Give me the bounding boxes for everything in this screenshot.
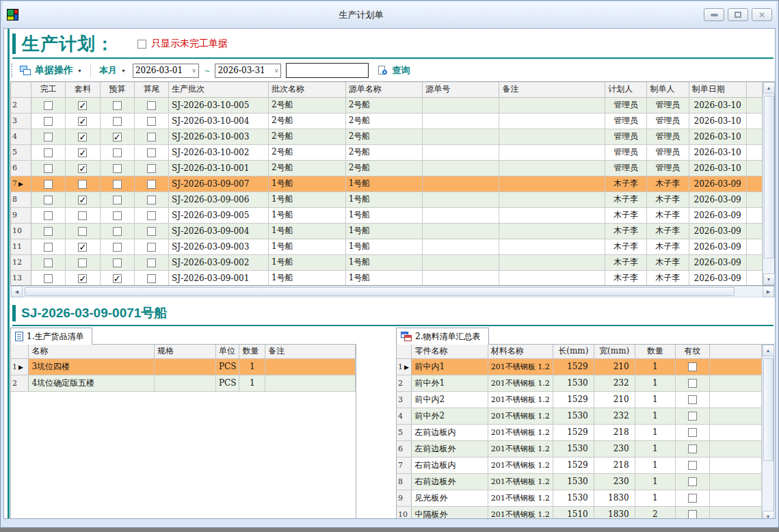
column-header[interactable]: 制单人	[647, 82, 689, 97]
material-vertical-scrollbar[interactable]: ▲ ▼	[762, 345, 774, 519]
column-header[interactable]: 制单日期	[689, 82, 746, 97]
nesting-checkbox[interactable]	[78, 133, 87, 142]
material-row[interactable]: 4▶ 前中外2 201不锈钢板 1.2 1530 232 1	[397, 408, 762, 424]
grain-checkbox[interactable]	[688, 461, 697, 470]
material-row[interactable]: 5▶ 左前边板内 201不锈钢板 1.2 1529 218 1	[397, 424, 762, 440]
scrollbar-thumb[interactable]	[25, 287, 735, 296]
budget-checkbox[interactable]	[113, 101, 122, 110]
grain-checkbox[interactable]	[688, 477, 697, 486]
column-header[interactable]: 完工	[31, 82, 66, 97]
material-row[interactable]: 1▶ 前中内1 201不锈钢板 1.2 1529 210 1	[397, 358, 762, 375]
grain-checkbox[interactable]	[688, 379, 697, 388]
goods-row[interactable]: 2▶ 4坑位确定版五楼 PCS 1	[11, 375, 356, 391]
done-checkbox[interactable]	[44, 258, 53, 267]
scroll-down-button[interactable]: ▼	[763, 274, 775, 285]
scroll-up-button[interactable]: ▲	[763, 82, 775, 94]
tail-checkbox[interactable]	[147, 180, 156, 189]
column-header[interactable]: 套料	[66, 82, 100, 97]
done-checkbox[interactable]	[44, 164, 53, 173]
nesting-checkbox[interactable]	[78, 164, 87, 173]
material-row[interactable]: 3▶ 前中内2 201不锈钢板 1.2 1529 210 1	[397, 391, 762, 408]
scroll-left-button[interactable]: ◀	[11, 286, 23, 297]
tail-checkbox[interactable]	[147, 196, 156, 204]
column-header[interactable]: 备注	[499, 82, 605, 97]
tail-checkbox[interactable]	[147, 243, 156, 252]
plan-row[interactable]: 11▶ SJ-2026-03-09-003 1号船 1号船 木子李	[11, 239, 763, 254]
column-header[interactable]: 源单名称	[345, 82, 423, 97]
material-row[interactable]: 8▶ 右前边板外 201不锈钢板 1.2 1530 230 1	[397, 473, 762, 490]
main-vertical-scrollbar[interactable]: ▲ ▼	[763, 82, 774, 285]
tail-checkbox[interactable]	[147, 164, 156, 173]
material-row[interactable]: 2▶ 前中外1 201不锈钢板 1.2 1530 232 1	[397, 375, 762, 391]
close-button[interactable]: ✕	[752, 8, 772, 21]
search-input[interactable]	[286, 63, 369, 78]
column-header[interactable]: 批次名称	[269, 82, 346, 97]
column-header[interactable]: 算尾	[134, 82, 168, 97]
done-checkbox[interactable]	[44, 243, 53, 252]
done-checkbox[interactable]	[44, 196, 53, 204]
done-checkbox[interactable]	[44, 227, 53, 236]
plan-row[interactable]: 3▶ SJ-2026-03-10-004 2号船 2号船 管理员	[11, 113, 763, 129]
column-header[interactable]: 有纹	[676, 345, 710, 358]
date-from-combo[interactable]: 2026-03-01 ∨	[133, 64, 199, 78]
done-checkbox[interactable]	[44, 148, 53, 157]
nesting-checkbox[interactable]	[78, 243, 87, 252]
budget-checkbox[interactable]	[113, 196, 122, 204]
maximize-button[interactable]	[728, 8, 748, 21]
done-checkbox[interactable]	[44, 133, 53, 142]
plan-row[interactable]: 7▶ SJ-2026-03-09-007 1号船 1号船 木子李	[11, 176, 763, 191]
grain-checkbox[interactable]	[688, 444, 697, 453]
date-to-combo[interactable]: 2026-03-31 ∨	[215, 64, 281, 78]
budget-checkbox[interactable]	[113, 211, 122, 220]
minimize-button[interactable]	[704, 8, 724, 21]
query-button[interactable]: 查询	[369, 63, 412, 78]
nesting-checkbox[interactable]	[78, 101, 87, 110]
tail-checkbox[interactable]	[147, 117, 156, 126]
grain-checkbox[interactable]	[688, 428, 697, 437]
goods-row[interactable]: 1▶ 3坑位四楼 PCS 1	[11, 358, 356, 375]
material-row[interactable]: 10▶ 中隔板外 201不锈钢板 1.2 1510 1830 2	[397, 506, 762, 519]
tail-checkbox[interactable]	[147, 101, 156, 110]
grain-checkbox[interactable]	[688, 412, 697, 421]
plan-row[interactable]: 13▶ SJ-2026-03-09-001 1号船 1号船 木子李	[11, 270, 763, 285]
budget-checkbox[interactable]	[113, 274, 122, 283]
column-header[interactable]: 零件名称	[412, 345, 488, 358]
tail-checkbox[interactable]	[147, 258, 156, 267]
budget-checkbox[interactable]	[113, 258, 122, 267]
operations-menu-button[interactable]: 单据操作 ▼	[17, 63, 85, 78]
grain-checkbox[interactable]	[688, 494, 697, 503]
nesting-checkbox[interactable]	[78, 196, 87, 204]
column-header[interactable]: 数量	[239, 345, 265, 358]
budget-checkbox[interactable]	[113, 180, 122, 189]
nesting-checkbox[interactable]	[78, 117, 87, 126]
grain-checkbox[interactable]	[688, 510, 697, 519]
column-header[interactable]: 备注	[265, 345, 356, 358]
column-header[interactable]: 生产批次	[169, 82, 269, 97]
tail-checkbox[interactable]	[147, 211, 156, 220]
done-checkbox[interactable]	[44, 211, 53, 220]
main-horizontal-scrollbar[interactable]: ◀ ▶	[10, 286, 775, 297]
grain-checkbox[interactable]	[688, 395, 697, 404]
budget-checkbox[interactable]	[113, 117, 122, 126]
tail-checkbox[interactable]	[147, 133, 156, 142]
plan-row[interactable]: 4▶ SJ-2026-03-10-003 2号船 2号船 管理员	[11, 129, 763, 144]
scroll-down-button[interactable]: ▼	[763, 511, 774, 519]
material-row[interactable]: 6▶ 左前边板外 201不锈钢板 1.2 1530 230 1	[397, 440, 762, 457]
budget-checkbox[interactable]	[113, 227, 122, 236]
nesting-checkbox[interactable]	[78, 274, 87, 283]
budget-checkbox[interactable]	[113, 148, 122, 157]
column-header[interactable]: 长(mm)	[553, 345, 594, 358]
nesting-checkbox[interactable]	[78, 211, 87, 220]
budget-checkbox[interactable]	[113, 243, 122, 252]
column-header[interactable]: 名称	[29, 345, 155, 358]
scrollbar-thumb[interactable]	[763, 358, 774, 461]
column-header[interactable]: 规格	[155, 345, 216, 358]
nesting-checkbox[interactable]	[78, 227, 87, 236]
scrollbar-thumb[interactable]	[764, 96, 774, 258]
plan-row[interactable]: 9▶ SJ-2026-03-09-005 1号船 1号船 木子李	[11, 207, 763, 223]
nesting-checkbox[interactable]	[78, 258, 87, 267]
nesting-checkbox[interactable]	[78, 180, 87, 189]
plan-row[interactable]: 2▶ SJ-2026-03-10-005 2号船 2号船 管理员	[11, 97, 763, 113]
done-checkbox[interactable]	[44, 117, 53, 126]
plan-row[interactable]: 5▶ SJ-2026-03-10-002 2号船 2号船 管理员	[11, 144, 763, 160]
